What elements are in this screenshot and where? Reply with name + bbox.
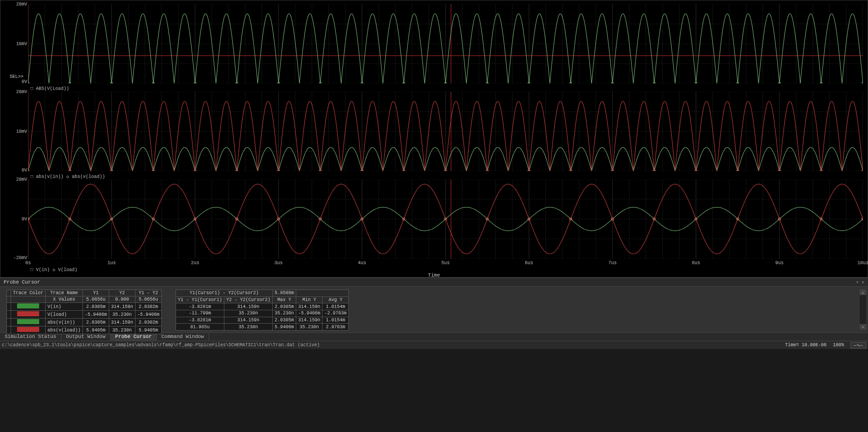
minimize-icon[interactable]: ▾: [856, 279, 859, 285]
scroll-down-icon[interactable]: ▾: [860, 324, 866, 330]
close-icon[interactable]: ✕: [862, 279, 864, 285]
scroll-up-icon[interactable]: ▴: [860, 290, 866, 295]
status-percent: 100%: [833, 343, 844, 348]
legend-panel-3: □ V(in) ◇ V(load): [30, 267, 77, 272]
x-tick: 0s: [25, 260, 31, 266]
y-tick: 20mV: [16, 89, 27, 95]
x-tick: 1us: [107, 260, 116, 266]
status-file-path: c:\cadence\spb_23.1\tools\pspice\capture…: [2, 343, 320, 348]
y-tick: 0V: [22, 79, 27, 84]
x-tick: 9us: [775, 260, 784, 266]
cursor-table-b[interactable]: Y1(Cursor1) - Y2(Cursor2)5.8586mY1 - Y1(…: [176, 290, 349, 331]
y-tick: 20mV: [16, 2, 27, 7]
legend-panel-1: □ ABS(V(Load)): [30, 86, 69, 91]
plot-svg-1: [28, 4, 863, 83]
y-tick: 10mV: [16, 129, 27, 134]
x-axis-label: Time: [428, 272, 440, 278]
probe-cursor-panel: Trace ColorTrace NameY1Y2Y1 - Y2X Values…: [0, 286, 868, 332]
status-time: Time= 10.00E-06: [785, 343, 827, 348]
y-tick: 0V: [22, 168, 27, 173]
selection-marker: SEL>>: [10, 74, 23, 79]
x-tick: 7us: [608, 260, 616, 266]
y-tick: 10mV: [16, 41, 27, 47]
y-tick: 0V: [22, 217, 27, 222]
x-axis-ticks: 0s1us2us3us4us5us6us7us8us9us10us: [28, 260, 863, 266]
vertical-scrollbar[interactable]: ▴ ▾: [860, 290, 866, 330]
probe-cursor-title: Probe Cursor: [4, 279, 40, 285]
x-tick: 2us: [191, 260, 199, 266]
plot-svg-3: [28, 179, 863, 259]
x-tick: 10us: [857, 260, 868, 266]
cursor-table-a[interactable]: Trace ColorTrace NameY1Y2Y1 - Y2X Values…: [6, 290, 162, 334]
plot-panel-3[interactable]: [28, 179, 863, 259]
waveform-plot-area[interactable]: 20mV 10mV SEL>> 0V □ ABS(V(Load)) 20mV 1…: [0, 0, 868, 278]
plot-panel-2[interactable]: [28, 92, 863, 171]
status-chip[interactable]: —∿—: [850, 342, 866, 349]
x-tick: 5us: [441, 260, 450, 266]
plot-svg-2: [28, 92, 863, 171]
probe-cursor-title-bar: Probe Cursor ▾ ✕: [0, 278, 868, 286]
status-bar: c:\cadence\spb_23.1\tools\pspice\capture…: [0, 341, 868, 349]
x-tick: 8us: [692, 260, 700, 266]
legend-panel-2: □ abs(v(in)) ◇ abs(v(load)): [30, 174, 105, 179]
y-tick: 20mV: [16, 177, 27, 182]
y-tick: -20mV: [13, 255, 27, 260]
x-tick: 4us: [358, 260, 366, 266]
x-tick: 6us: [525, 260, 533, 266]
x-tick: 3us: [275, 260, 283, 266]
tab-command-window[interactable]: Command Window: [157, 333, 209, 341]
plot-panel-1[interactable]: [28, 4, 863, 83]
